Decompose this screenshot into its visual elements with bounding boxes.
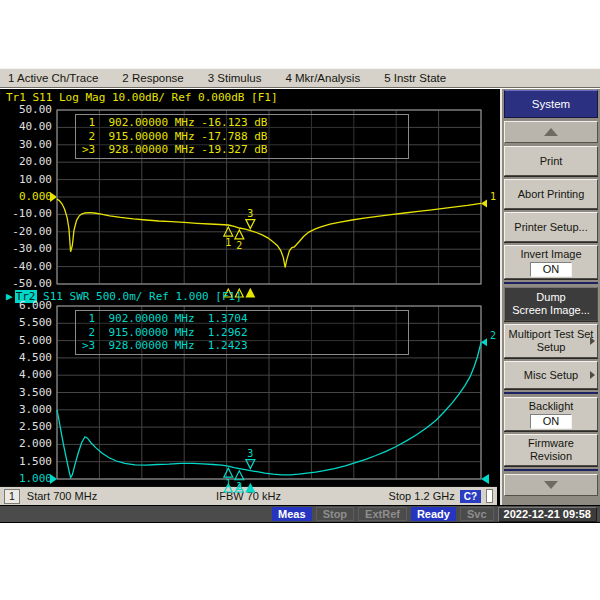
- softkey-label: Abort Printing: [518, 188, 585, 201]
- trace2-y-tick-label: 4.000: [0, 368, 52, 381]
- softkey-label: Backlight: [529, 400, 574, 413]
- trace2-ref-level-arrow-icon: [50, 474, 57, 484]
- softkey-print[interactable]: Print: [504, 146, 598, 176]
- softkey-label: Setup: [537, 341, 566, 354]
- softkey-multiport-test-set-setup[interactable]: Multiport Test SetSetup: [504, 324, 598, 358]
- trace1-y-tick-label: -50.00: [0, 277, 52, 290]
- svg-text:2: 2: [490, 330, 496, 341]
- trace2-y-tick-label: 1.000: [0, 472, 52, 485]
- trace2-y-tick-label: 2.500: [0, 420, 52, 433]
- trace2-y-tick-label: 1.500: [0, 455, 52, 468]
- softkey-dump-screen-image[interactable]: DumpScreen Image...: [504, 287, 598, 321]
- marker-readout-row: >3 928.00000 MHz 1.2423: [82, 339, 408, 353]
- marker-readout-row: 1 902.00000 MHz 1.3704: [82, 312, 408, 326]
- softkey-firmware-revision[interactable]: FirmwareRevision: [504, 434, 598, 466]
- status-badge-meas: Meas: [272, 507, 312, 521]
- trace2-y-tick-label: 5.500: [0, 316, 52, 329]
- svg-text:2: 2: [236, 481, 242, 492]
- softkey-label: Print: [540, 155, 563, 168]
- instrument-status-bar: MeasStopExtRefReadySvc2022-12-21 09:58: [0, 505, 600, 523]
- trace2-y-tick-label: 6.000: [0, 299, 52, 312]
- svg-text:1: 1: [490, 191, 496, 202]
- softkey-toggle-state: ON: [530, 414, 573, 429]
- marker-readout-row: 1 902.00000 MHz -16.123 dB: [82, 116, 408, 130]
- trace1-y-tick-label: 40.00: [0, 120, 52, 133]
- marker-readout-row: >3 928.00000 MHz -19.327 dB: [82, 143, 408, 157]
- trace1-y-tick-label: -40.00: [0, 260, 52, 273]
- softkey-group-separator: [504, 469, 598, 471]
- trace2-y-tick-label: 5.000: [0, 334, 52, 347]
- svg-text:1: 1: [225, 237, 231, 248]
- status-badge-ready: Ready: [411, 507, 456, 521]
- trace1-y-tick-label: 0.000: [0, 190, 52, 203]
- softkey-invert-image[interactable]: Invert ImageON: [504, 245, 598, 279]
- svg-text:3: 3: [247, 208, 253, 219]
- menu-item-4-mkr-analysis[interactable]: 4 Mkr/Analysis: [285, 72, 360, 84]
- menu-item-1-active-ch-trace[interactable]: 1 Active Ch/Trace: [8, 72, 98, 84]
- scroll-down-button[interactable]: [504, 474, 598, 496]
- marker-readout-row: 2 915.00000 MHz 1.2962: [82, 326, 408, 340]
- datetime-display: 2022-12-21 09:58: [498, 507, 597, 522]
- trace1-ref-level-arrow-icon: [50, 192, 57, 202]
- trace2-title-text: S11 SWR 500.0m/ Ref 1.000 [F1]: [37, 290, 242, 303]
- trace1-y-tick-label: -30.00: [0, 242, 52, 255]
- softkey-printer-setup[interactable]: Printer Setup...: [504, 212, 598, 242]
- trace1-title-text: S11 Log Mag 10.00dB/ Ref 0.000dB [F1]: [26, 91, 278, 104]
- softkey-label: Invert Image: [520, 248, 581, 261]
- softkey-abort-printing[interactable]: Abort Printing: [504, 179, 598, 209]
- trace2-y-tick-label: 4.500: [0, 351, 52, 364]
- trace1-y-tick-label: -20.00: [0, 225, 52, 238]
- softkey-label: Screen Image...: [512, 304, 590, 317]
- menu-item-3-stimulus[interactable]: 3 Stimulus: [208, 72, 262, 84]
- instrument-screen: 1 Start 700 MHz IFBW 70 kHz Stop 1.2 GHz…: [0, 89, 600, 505]
- status-badge-extref: ExtRef: [358, 507, 407, 521]
- softkey-misc-setup[interactable]: Misc Setup: [504, 361, 598, 389]
- marker-readout-row: 2 915.00000 MHz -17.788 dB: [82, 130, 408, 144]
- softkey-backlight[interactable]: BacklightON: [504, 397, 598, 431]
- down-arrow-icon: [544, 481, 558, 489]
- softkey-label: Multiport Test Set: [509, 328, 594, 341]
- scroll-up-button[interactable]: [504, 121, 598, 143]
- softkey-menu-title: System: [504, 90, 598, 118]
- trace1-y-tick-label: -10.00: [0, 207, 52, 220]
- up-arrow-icon: [544, 128, 558, 136]
- softkey-label: Firmware: [528, 437, 574, 450]
- softkey-toggle-state: ON: [530, 262, 573, 277]
- trace1-y-tick-label: 50.00: [0, 103, 52, 116]
- vna-screen-capture-page: 1 Active Ch/Trace2 Response3 Stimulus4 M…: [0, 0, 600, 600]
- trace1-y-tick-label: 20.00: [0, 155, 52, 168]
- status-badge-stop: Stop: [316, 507, 354, 521]
- trace2-y-tick-label: 3.500: [0, 386, 52, 399]
- svg-text:2: 2: [236, 240, 242, 251]
- channel-number-box: 1: [4, 489, 20, 504]
- trace1-y-tick-label: 10.00: [0, 173, 52, 186]
- trace2-marker-table: 1 902.00000 MHz 1.3704 2 915.00000 MHz 1…: [75, 310, 409, 355]
- softkey-label: Printer Setup...: [514, 221, 587, 234]
- trace1-marker-table: 1 902.00000 MHz -16.123 dB 2 915.00000 M…: [75, 114, 409, 159]
- submenu-arrow-icon: [590, 371, 595, 379]
- softkey-label: Dump: [536, 291, 565, 304]
- menu-item-2-response[interactable]: 2 Response: [122, 72, 183, 84]
- softkey-group-separator: [504, 392, 598, 394]
- menu-item-5-instr-state[interactable]: 5 Instr State: [384, 72, 446, 84]
- softkey-panel: System PrintAbort PrintingPrinter Setup.…: [500, 89, 600, 505]
- svg-text:3: 3: [247, 448, 253, 459]
- trace2-y-tick-label: 2.000: [0, 437, 52, 450]
- softkey-group-separator: [504, 282, 598, 284]
- softkey-label: Misc Setup: [524, 369, 578, 382]
- submenu-arrow-icon: [590, 337, 595, 345]
- softkey-label: Revision: [530, 450, 572, 463]
- menu-bar: 1 Active Ch/Trace2 Response3 Stimulus4 M…: [0, 68, 600, 88]
- status-badge-svc: Svc: [460, 507, 494, 521]
- trace2-y-tick-label: 3.000: [0, 403, 52, 416]
- trace1-y-tick-label: 30.00: [0, 138, 52, 151]
